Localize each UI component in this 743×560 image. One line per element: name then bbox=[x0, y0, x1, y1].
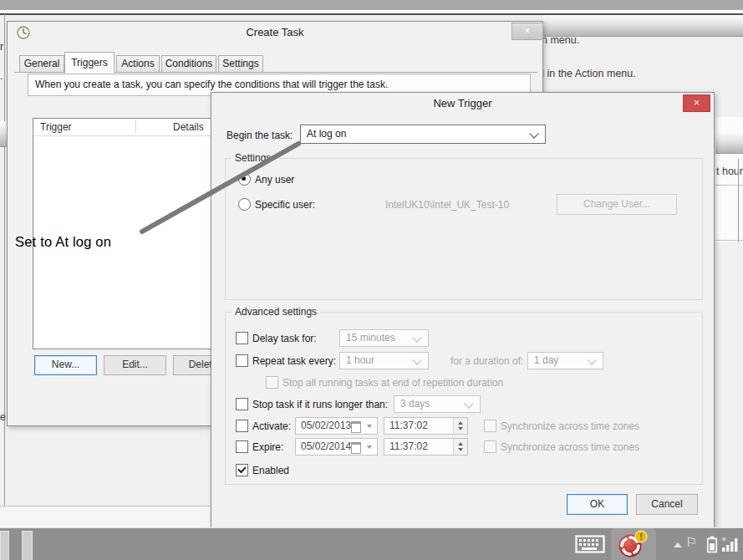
background-column-line bbox=[738, 159, 739, 242]
duration-combobox[interactable]: 1 day bbox=[527, 352, 603, 369]
background-text-hour: t hour bbox=[716, 165, 743, 177]
screen: n menu. d in the Action menu. t hour r .… bbox=[0, 0, 743, 560]
specific-user-radio[interactable] bbox=[238, 198, 251, 211]
stop-task-longer-combobox[interactable]: 3 days bbox=[394, 395, 481, 413]
time-spinner[interactable] bbox=[453, 439, 467, 455]
expire-date-field[interactable]: 05/02/2014 bbox=[295, 438, 378, 456]
duration-label: for a duration of: bbox=[450, 355, 523, 367]
activate-time-field[interactable]: 11:37:02 bbox=[384, 417, 468, 435]
background-text-menu: n menu. bbox=[542, 34, 579, 46]
repeat-task-value: 1 hour bbox=[346, 354, 374, 366]
taskbar-window-button[interactable] bbox=[0, 531, 9, 560]
expire-sync-label: Synchronize across time zones bbox=[501, 441, 639, 453]
spinner-down-icon[interactable] bbox=[458, 448, 463, 451]
begin-task-combobox[interactable]: At log on bbox=[300, 125, 546, 144]
new-trigger-title: New Trigger bbox=[211, 93, 714, 115]
background-window-edge bbox=[4, 14, 5, 506]
expire-time-value: 11:37:02 bbox=[389, 440, 428, 452]
stop-all-tasks-label: Stop all running tasks at end of repetit… bbox=[282, 377, 503, 389]
action-center-flag-icon[interactable]: ⚐ bbox=[685, 534, 697, 550]
network-signal-icon[interactable]: ✳ bbox=[720, 535, 739, 553]
chevron-down-icon bbox=[587, 355, 596, 364]
date-dropdown-arrow-icon[interactable] bbox=[367, 425, 372, 428]
expire-time-field[interactable]: 11:37:02 bbox=[384, 438, 468, 456]
enabled-checkbox[interactable] bbox=[236, 464, 248, 476]
specific-user-label[interactable]: Specific user: bbox=[255, 199, 315, 211]
new-trigger-button[interactable]: New... bbox=[34, 355, 97, 375]
touch-keyboard-icon[interactable] bbox=[575, 535, 605, 553]
spinner-down-icon[interactable] bbox=[458, 427, 463, 430]
tab-general[interactable]: General bbox=[19, 55, 64, 73]
enabled-label[interactable]: Enabled bbox=[252, 465, 289, 476]
expire-label[interactable]: Expire: bbox=[252, 441, 283, 453]
tab-triggers[interactable]: Triggers bbox=[64, 52, 115, 74]
background-row-line bbox=[715, 185, 743, 186]
activate-date-field[interactable]: 05/02/2013 bbox=[295, 417, 378, 435]
tray-expand-icon[interactable] bbox=[674, 542, 682, 547]
svg-text:!: ! bbox=[639, 532, 643, 542]
new-trigger-dialog: New Trigger × Begin the task: At log on … bbox=[211, 92, 715, 528]
calendar-icon bbox=[351, 421, 361, 433]
spinner-up-icon[interactable] bbox=[458, 442, 463, 445]
activate-sync-label: Synchronize across time zones bbox=[501, 420, 639, 432]
any-user-label[interactable]: Any user bbox=[255, 174, 294, 186]
stop-task-longer-checkbox[interactable] bbox=[236, 398, 248, 410]
taskbar: ! ⚐ ✳ bbox=[0, 528, 743, 560]
change-user-button[interactable]: Change User... bbox=[557, 194, 677, 215]
stop-task-longer-value: 3 days bbox=[400, 398, 430, 410]
activate-checkbox[interactable] bbox=[236, 420, 248, 432]
background-text-action-menu: d in the Action menu. bbox=[538, 68, 636, 79]
ok-button[interactable]: OK bbox=[567, 494, 628, 515]
spinner-up-icon[interactable] bbox=[458, 421, 463, 425]
column-separator bbox=[135, 120, 136, 134]
background-list-header bbox=[715, 132, 743, 154]
background-left-fragment: . bbox=[0, 70, 3, 82]
delay-task-value: 15 minutes bbox=[346, 332, 395, 344]
details-column-header[interactable]: Details bbox=[173, 121, 204, 133]
expire-sync-checkbox[interactable] bbox=[484, 440, 496, 453]
delay-task-label[interactable]: Delay task for: bbox=[252, 333, 317, 344]
activate-sync-checkbox[interactable] bbox=[484, 420, 496, 432]
chevron-down-icon bbox=[412, 355, 421, 364]
settings-group-label: Settings bbox=[232, 152, 274, 164]
repeat-task-label[interactable]: Repeat task every: bbox=[252, 355, 336, 367]
new-trigger-close-button[interactable]: × bbox=[683, 94, 710, 112]
tray-active-cell[interactable]: ! bbox=[611, 528, 656, 560]
trigger-description-text: When you create a task, you can specify … bbox=[35, 79, 388, 90]
date-dropdown-arrow-icon[interactable] bbox=[367, 445, 372, 449]
tab-settings[interactable]: Settings bbox=[218, 55, 263, 73]
advanced-settings-group-label: Advanced settings bbox=[232, 306, 320, 318]
time-spinner[interactable] bbox=[453, 418, 467, 434]
cancel-button[interactable]: Cancel bbox=[636, 494, 698, 515]
create-task-close-button[interactable]: × bbox=[511, 23, 543, 40]
chevron-down-icon bbox=[464, 399, 473, 408]
background-row-line bbox=[715, 240, 743, 241]
repeat-task-combobox[interactable]: 1 hour bbox=[339, 352, 429, 369]
specific-user-value: IntelUK10\Intel_UK_Test-10 bbox=[385, 199, 509, 211]
stop-task-longer-label[interactable]: Stop task if it runs longer than: bbox=[252, 399, 388, 410]
chevron-down-icon bbox=[529, 129, 538, 138]
tab-conditions[interactable]: Conditions bbox=[161, 55, 216, 73]
edit-trigger-button[interactable]: Edit... bbox=[104, 355, 166, 375]
settings-group bbox=[225, 158, 703, 300]
annotation-text: Set to At log on bbox=[15, 234, 111, 250]
activate-date-value: 05/02/2013 bbox=[301, 420, 351, 431]
any-user-radio[interactable] bbox=[238, 173, 251, 186]
task-scheduler-clock-icon bbox=[17, 26, 30, 39]
create-task-title: Create Task bbox=[8, 22, 542, 43]
delay-task-combobox[interactable]: 15 minutes bbox=[339, 329, 429, 347]
tab-actions[interactable]: Actions bbox=[116, 55, 160, 73]
svg-text:✳: ✳ bbox=[721, 536, 727, 543]
taskbar-top-edge bbox=[0, 527, 743, 528]
taskbar-window-button[interactable] bbox=[22, 531, 33, 560]
trigger-column-header[interactable]: Trigger bbox=[40, 121, 72, 133]
expire-checkbox[interactable] bbox=[236, 440, 248, 453]
security-alert-icon[interactable]: ! bbox=[618, 530, 651, 560]
repeat-task-checkbox[interactable] bbox=[236, 354, 248, 367]
stop-all-tasks-checkbox[interactable] bbox=[266, 376, 278, 389]
battery-icon[interactable] bbox=[706, 536, 718, 553]
delay-task-checkbox[interactable] bbox=[236, 332, 248, 344]
duration-value: 1 day bbox=[534, 354, 558, 366]
activate-label[interactable]: Activate: bbox=[252, 420, 291, 432]
background-window-bottom bbox=[0, 506, 211, 529]
